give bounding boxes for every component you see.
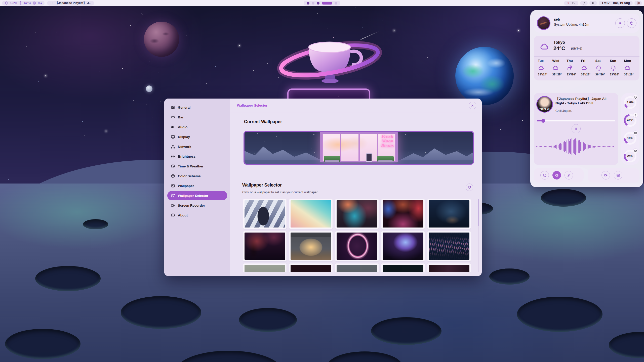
gauge-icon-bubble xyxy=(633,148,638,153)
sidebar-item[interactable]: About xyxy=(167,210,227,220)
forecast-temps: 33°/26° xyxy=(624,73,637,76)
wallpaper-thumbnail[interactable] xyxy=(289,263,333,272)
sidebar-item-icon xyxy=(171,213,175,217)
wallpaper-thumbnail-image xyxy=(429,233,469,260)
track-title: 【Japanese Playlist】 Japan All Night - To… xyxy=(555,97,616,105)
screenshot-button[interactable] xyxy=(614,171,622,179)
sidebar-item-label: Wallpaper xyxy=(178,184,194,188)
sidebar-item[interactable]: Color Scheme xyxy=(167,171,227,181)
volume-button[interactable] xyxy=(589,1,597,6)
wallpaper-thumbnail[interactable] xyxy=(335,199,379,229)
dashboard-button[interactable] xyxy=(634,1,642,6)
sidebar-item[interactable]: Wallpaper xyxy=(167,181,227,191)
wallpaper-thumbnail-image xyxy=(245,233,285,260)
workspace-dot[interactable] xyxy=(335,2,337,5)
sidebar-item-icon xyxy=(171,203,175,208)
settings-button[interactable] xyxy=(615,18,625,28)
workspace-dot[interactable] xyxy=(312,2,314,5)
workspace-indicator[interactable] xyxy=(304,1,340,6)
forecast-day-name: Wed xyxy=(552,59,565,63)
wallpaper-thumbnail[interactable] xyxy=(381,231,425,261)
sidebar-item-label: Audio xyxy=(178,125,187,129)
sidebar-item[interactable]: Brightness xyxy=(167,152,227,161)
pause-icon xyxy=(575,127,578,130)
sidebar-item-icon xyxy=(171,115,175,119)
sidebar-item[interactable]: Display xyxy=(167,132,227,142)
forecast-temps: 33°/24° xyxy=(538,73,551,76)
profile-performance-button[interactable] xyxy=(540,171,549,179)
forecast-day: Wed 35°/25° xyxy=(551,59,565,76)
system-tray xyxy=(564,1,578,6)
screen-record-button[interactable] xyxy=(601,171,610,179)
current-wallpaper-preview: Fresh Moon Beans xyxy=(244,131,474,165)
refresh-button[interactable] xyxy=(466,184,473,191)
profile-powersave-button[interactable] xyxy=(565,171,573,179)
wallpaper-selector-subtitle: Click on a wallpaper to set it as your c… xyxy=(242,191,318,194)
scrollbar[interactable] xyxy=(478,199,479,272)
sidebar-item[interactable]: Audio xyxy=(167,122,227,132)
sidebar-item-label: Network xyxy=(178,145,191,149)
sidebar-item[interactable]: Network xyxy=(167,142,227,151)
forecast-temps: 36°/26° xyxy=(595,73,608,76)
forecast-day: Tue 33°/24° xyxy=(536,59,551,76)
wallpaper-thumbnail[interactable] xyxy=(289,231,333,261)
sidebar-item[interactable]: General xyxy=(167,103,227,112)
sidebar-item[interactable]: Screen Recorder xyxy=(167,201,227,210)
wallpaper-thumbnail[interactable] xyxy=(427,199,471,229)
image-tray-icon[interactable] xyxy=(572,1,576,5)
wallpaper-thumbnail[interactable] xyxy=(243,231,287,261)
gauge-value: 47°C xyxy=(623,119,637,122)
wallpaper-thumbnail[interactable] xyxy=(243,263,287,272)
album-art-label: TOKYO LO xyxy=(537,108,552,110)
wallpaper-thumbnail[interactable] xyxy=(335,263,379,272)
neon-sign-text: Fresh Moon Beans xyxy=(381,134,394,148)
forecast-day: Thu 33°/26° xyxy=(565,59,579,76)
sidebar-item-label: Screen Recorder xyxy=(178,204,205,207)
workspace-dot[interactable] xyxy=(307,2,309,5)
forecast-weather-icon xyxy=(538,65,545,71)
forecast-weather-icon xyxy=(595,65,602,71)
media-pill[interactable]: 【Japanese Playlist】 J... xyxy=(47,1,94,6)
system-gauges-card: 1.8% 47°C 16% 24% xyxy=(621,93,639,165)
seek-thumb[interactable] xyxy=(541,119,545,123)
wallpaper-thumbnail[interactable] xyxy=(243,199,287,229)
notifications-button[interactable] xyxy=(580,1,588,6)
workspace-dot-active[interactable] xyxy=(322,2,332,5)
cpu-gauge-icon xyxy=(5,1,8,5)
system-gauge: 47°C xyxy=(623,113,637,127)
forecast-day-name: Sat xyxy=(595,59,608,63)
control-panel: seb System Uptime: 4h19m Tokyo 24°C (GMT… xyxy=(530,10,643,187)
wallpaper-thumbnail[interactable] xyxy=(427,231,471,261)
play-pause-button[interactable] xyxy=(572,124,581,133)
system-stats-pill[interactable]: 1.8% 47°C 8G xyxy=(2,1,45,6)
seek-slider[interactable] xyxy=(537,120,615,121)
wallpaper-thumbnail[interactable] xyxy=(381,199,425,229)
settings-main: Wallpaper Selector Current Wallpaper Fre… xyxy=(230,99,482,276)
close-button[interactable] xyxy=(469,102,476,109)
wallpaper-thumbnail[interactable] xyxy=(427,263,471,272)
wallpaper-selector-heading: Wallpaper Selector xyxy=(242,183,282,188)
sidebar-item[interactable]: Bar xyxy=(167,112,227,122)
wallpaper-thumbnail[interactable] xyxy=(381,263,425,272)
shrimp-tray-icon[interactable] xyxy=(567,1,570,5)
sidebar-item-label: Wallpaper Selector xyxy=(178,194,208,198)
leaf-icon xyxy=(567,173,571,177)
wallpaper-thumbnail[interactable] xyxy=(289,199,333,229)
wallpaper-thumbnail-image xyxy=(383,265,423,272)
sidebar-item[interactable]: Wallpaper Selector xyxy=(167,191,227,200)
sidebar-item[interactable]: Time & Weather xyxy=(167,161,227,171)
forecast-weather-icon xyxy=(552,65,559,71)
profile-balanced-button[interactable] xyxy=(552,171,561,179)
gauge-value: 1.8% xyxy=(623,101,637,104)
workspace-dot[interactable] xyxy=(317,2,319,5)
speaker-icon xyxy=(591,1,595,5)
power-profile-card xyxy=(534,168,584,183)
forecast-day: Mon 33°/26° xyxy=(623,59,637,76)
gauge-icon-bubble xyxy=(633,113,638,118)
sidebar-item-icon xyxy=(171,135,175,139)
forecast-temps: 35°/25° xyxy=(552,73,565,76)
temperature-value: 47°C xyxy=(24,1,31,5)
clock-pill[interactable]: 17:17 - Tue, 19 Aug xyxy=(599,1,633,6)
power-button[interactable] xyxy=(627,18,636,28)
wallpaper-thumbnail[interactable] xyxy=(335,231,379,261)
